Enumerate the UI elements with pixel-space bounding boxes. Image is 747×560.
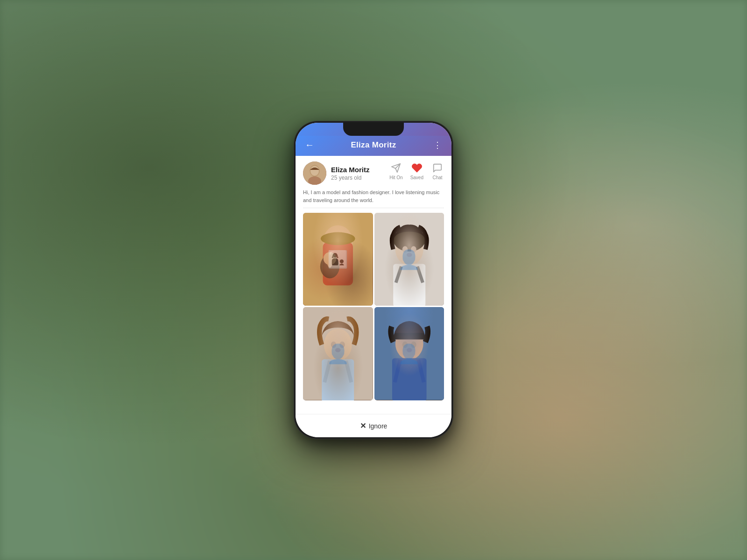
saved-label: Saved <box>410 175 423 180</box>
svg-point-33 <box>407 348 412 352</box>
phone-scene: ← Eliza Moritz ⋮ <box>294 121 453 439</box>
photo-2[interactable] <box>374 213 444 306</box>
svg-point-32 <box>411 342 416 348</box>
svg-point-7 <box>321 232 355 245</box>
svg-line-26 <box>346 361 352 383</box>
action-buttons: Hit On Saved <box>389 161 444 180</box>
chat-icon <box>431 162 444 174</box>
profile-info: Eliza Moritz 25 years old <box>331 166 370 181</box>
chat-button[interactable]: Chat <box>431 162 444 180</box>
svg-line-17 <box>396 266 402 283</box>
phone-screen: ← Eliza Moritz ⋮ <box>296 123 451 437</box>
photo-1[interactable] <box>303 213 373 306</box>
svg-point-13 <box>393 228 425 252</box>
avatar[interactable] <box>303 161 326 185</box>
heart-icon <box>410 162 423 174</box>
content-area: Eliza Moritz 25 years old <box>296 156 451 410</box>
menu-button[interactable]: ⋮ <box>431 140 444 150</box>
hit-on-label: Hit On <box>389 175 402 180</box>
phone-notch <box>343 123 404 136</box>
scene: ← Eliza Moritz ⋮ <box>0 0 747 560</box>
svg-point-11 <box>395 233 423 266</box>
svg-line-18 <box>417 266 423 283</box>
avatar-image <box>303 161 326 185</box>
app-header: ← Eliza Moritz ⋮ <box>296 136 451 156</box>
photo-3[interactable] <box>303 307 373 400</box>
svg-line-25 <box>324 361 330 383</box>
ignore-label: Ignore <box>369 422 388 430</box>
ignore-button[interactable]: ✕ Ignore <box>360 421 388 430</box>
svg-rect-19 <box>303 308 373 400</box>
svg-line-34 <box>395 360 400 382</box>
profile-section: Eliza Moritz 25 years old <box>296 156 451 189</box>
svg-point-15 <box>411 246 416 252</box>
svg-line-35 <box>418 360 424 382</box>
svg-rect-4 <box>303 213 373 306</box>
profile-left: Eliza Moritz 25 years old <box>303 161 370 185</box>
photo-4[interactable] <box>374 307 444 400</box>
svg-rect-27 <box>374 308 444 400</box>
hit-on-button[interactable]: Hit On <box>389 162 402 180</box>
svg-rect-12 <box>393 264 425 306</box>
svg-point-22 <box>331 342 337 348</box>
svg-rect-21 <box>322 359 354 400</box>
chat-label: Chat <box>432 175 442 180</box>
svg-point-24 <box>335 348 341 352</box>
svg-point-8 <box>320 255 339 279</box>
user-name: Eliza Moritz <box>331 166 370 174</box>
svg-rect-30 <box>394 333 424 340</box>
svg-rect-6 <box>323 242 353 285</box>
svg-point-23 <box>339 342 345 348</box>
svg-point-28 <box>395 328 423 360</box>
svg-point-20 <box>324 329 352 361</box>
svg-point-9 <box>324 252 337 265</box>
svg-point-31 <box>402 342 408 348</box>
paper-plane-icon <box>389 162 402 174</box>
bio-text: Hi, I am a model and fashion designer. I… <box>303 189 444 204</box>
saved-button[interactable]: Saved <box>410 162 423 180</box>
svg-rect-29 <box>392 358 426 400</box>
profile-title: Eliza Moritz <box>351 140 396 150</box>
back-button[interactable]: ← <box>303 140 316 150</box>
svg-point-16 <box>407 252 412 257</box>
user-age: 25 years old <box>331 175 370 181</box>
ignore-x-icon: ✕ <box>360 421 366 430</box>
svg-point-14 <box>402 246 408 252</box>
phone-outer: ← Eliza Moritz ⋮ <box>294 121 453 439</box>
photo-grid <box>296 208 451 404</box>
svg-point-5 <box>323 225 353 260</box>
bio-section: Hi, I am a model and fashion designer. I… <box>296 189 451 208</box>
bottom-bar: ✕ Ignore <box>296 414 451 437</box>
svg-rect-10 <box>374 213 444 306</box>
